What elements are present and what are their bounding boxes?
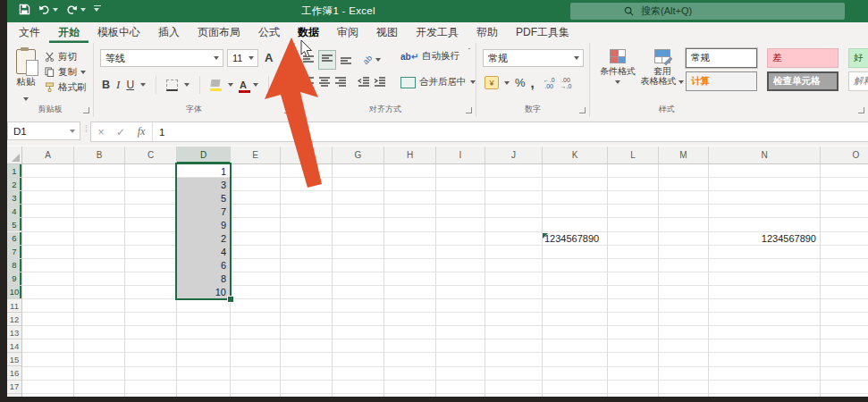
underline-dropdown-caret[interactable]: [140, 83, 146, 87]
redo-button[interactable]: [66, 4, 86, 15]
column-header-K[interactable]: K: [543, 147, 608, 163]
decrease-decimal-icon[interactable]: .00→.0: [560, 77, 572, 89]
comma-style-icon[interactable]: ,: [531, 80, 535, 87]
column-header-C[interactable]: C: [125, 147, 177, 163]
formula-bar[interactable]: × ✓ fx 1: [90, 121, 868, 142]
paste-dropdown-caret[interactable]: [23, 97, 29, 101]
tab-开始[interactable]: 开始: [49, 22, 88, 43]
cut-button[interactable]: 剪切: [45, 51, 87, 63]
row-header-16[interactable]: 16: [7, 367, 21, 381]
tab-审阅[interactable]: 审阅: [328, 22, 367, 43]
wrap-text-button[interactable]: ab↵ 自动换行: [400, 50, 459, 63]
number-format-combo[interactable]: 常规: [483, 49, 584, 67]
cell-style-explain[interactable]: 解释: [848, 71, 868, 91]
cell-style-calc[interactable]: 计算: [686, 71, 757, 91]
underline-button[interactable]: U: [126, 79, 134, 91]
row-header-11[interactable]: 11: [7, 299, 21, 313]
column-header-I[interactable]: I: [436, 147, 485, 163]
orientation-icon[interactable]: ab: [361, 54, 374, 66]
column-header-D[interactable]: D: [177, 147, 231, 163]
paste-button[interactable]: 粘贴: [12, 49, 40, 105]
tab-帮助[interactable]: 帮助: [468, 22, 507, 43]
column-header-J[interactable]: J: [485, 147, 543, 163]
align-right-icon[interactable]: [334, 76, 347, 88]
column-header-E[interactable]: E: [231, 147, 281, 163]
increase-indent-icon[interactable]: [374, 76, 386, 88]
fill-color-dropdown-caret[interactable]: [228, 83, 233, 87]
column-header-O[interactable]: O: [821, 147, 868, 163]
cell-style-normal[interactable]: 常规: [686, 48, 757, 68]
conditional-formatting-caret[interactable]: [615, 80, 620, 84]
orientation-dropdown-caret[interactable]: [375, 58, 381, 62]
font-color-icon[interactable]: A: [240, 80, 247, 89]
row-header-14[interactable]: 14: [7, 339, 21, 353]
accounting-format-icon[interactable]: ¥: [485, 76, 499, 89]
row-header-2[interactable]: 2: [7, 178, 21, 191]
fill-color-icon[interactable]: [210, 80, 222, 91]
cells-area[interactable]: 1357924681012345678901234567890: [22, 164, 868, 402]
column-header-F[interactable]: F: [281, 147, 333, 163]
cell-K6[interactable]: 1234567890: [543, 232, 606, 246]
align-left-icon[interactable]: [302, 76, 315, 88]
select-all-button[interactable]: [7, 147, 22, 164]
undo-dropdown-caret[interactable]: [53, 8, 58, 12]
align-center-icon[interactable]: [318, 76, 331, 88]
tab-公式[interactable]: 公式: [249, 22, 289, 43]
row-header-9[interactable]: 9: [7, 272, 21, 286]
format-painter-button[interactable]: 格式刷: [45, 81, 87, 93]
row-header-3[interactable]: 3: [7, 191, 21, 205]
row-header-12[interactable]: 12: [7, 313, 21, 326]
column-header-A[interactable]: A: [22, 147, 74, 163]
merge-center-button[interactable]: 合并后居中: [400, 76, 476, 88]
styles-dialog-launcher[interactable]: [858, 107, 864, 113]
font-name-combo[interactable]: 等线: [100, 49, 223, 67]
tab-插入[interactable]: 插入: [149, 22, 189, 43]
phonetic-guide-icon[interactable]: win文: [279, 77, 291, 93]
tab-页面布局[interactable]: 页面布局: [189, 22, 249, 43]
tab-PDF工具集[interactable]: PDF工具集: [507, 22, 578, 43]
customize-qat-button[interactable]: [94, 8, 99, 12]
borders-icon[interactable]: [166, 80, 178, 91]
row-header-4[interactable]: 4: [7, 205, 21, 218]
save-icon[interactable]: [19, 4, 30, 15]
name-box-caret[interactable]: [70, 130, 75, 133]
row-header-8[interactable]: 8: [7, 259, 21, 272]
tab-视图[interactable]: 视图: [367, 22, 407, 43]
cancel-icon[interactable]: ×: [91, 126, 111, 138]
tab-开发工具[interactable]: 开发工具: [407, 22, 468, 43]
italic-button[interactable]: I: [116, 78, 120, 92]
accounting-dropdown-caret[interactable]: [504, 81, 510, 85]
clipboard-dialog-launcher[interactable]: [83, 107, 89, 113]
row-header-6[interactable]: 6: [7, 232, 21, 246]
column-header-L[interactable]: L: [608, 147, 659, 163]
cell-N6[interactable]: 1234567890: [709, 232, 819, 246]
font-dialog-launcher[interactable]: [284, 107, 291, 113]
column-header-G[interactable]: G: [333, 147, 384, 163]
alignment-dialog-launcher[interactable]: [466, 107, 472, 113]
align-bottom-icon[interactable]: [340, 54, 352, 66]
insert-function-icon[interactable]: fx: [131, 125, 152, 138]
row-header-1[interactable]: 1: [7, 164, 21, 178]
tab-文件[interactable]: 文件: [10, 22, 49, 43]
cell-style-good[interactable]: 好: [848, 48, 868, 68]
formula-bar-grip[interactable]: ⁞: [85, 124, 88, 134]
row-header-7[interactable]: 7: [7, 246, 21, 259]
fill-handle[interactable]: [227, 296, 234, 303]
borders-dropdown-caret[interactable]: [184, 83, 190, 87]
search-box[interactable]: 搜索(Alt+Q): [570, 3, 845, 20]
column-header-H[interactable]: H: [384, 147, 436, 163]
tab-模板中心[interactable]: 模板中心: [88, 22, 149, 43]
align-middle-icon[interactable]: [318, 50, 336, 70]
row-header-5[interactable]: 5: [7, 218, 21, 231]
format-as-table-button[interactable]: 套用 表格格式: [640, 49, 685, 86]
column-header-N[interactable]: N: [709, 147, 821, 163]
undo-button[interactable]: [38, 4, 58, 15]
cell-style-bad[interactable]: 差: [767, 48, 839, 68]
row-header-10[interactable]: 10: [7, 286, 21, 299]
formula-input[interactable]: 1: [155, 127, 164, 138]
format-as-table-caret[interactable]: [678, 80, 684, 84]
increase-decimal-icon[interactable]: ←.0.00: [544, 77, 555, 89]
conditional-formatting-button[interactable]: 条件格式: [597, 49, 638, 86]
redo-dropdown-caret[interactable]: [80, 8, 86, 12]
font-color-dropdown-caret[interactable]: [253, 83, 258, 87]
